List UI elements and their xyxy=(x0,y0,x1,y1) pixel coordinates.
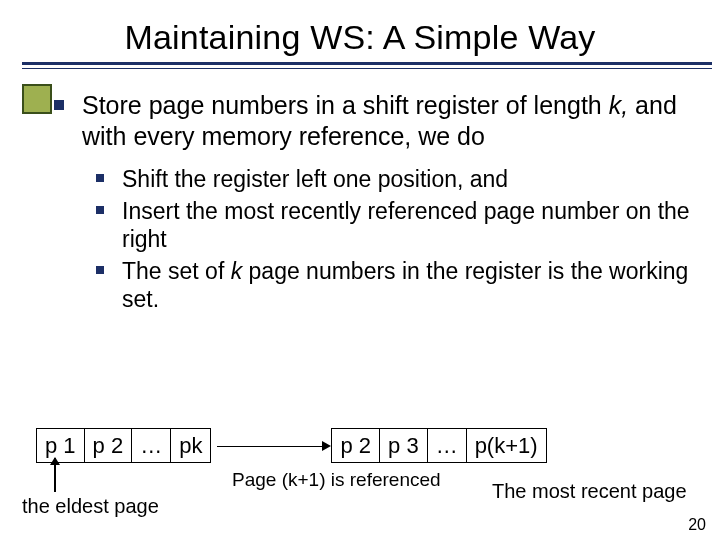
sub1-text: Shift the register left one position, an… xyxy=(122,166,508,192)
sublist: Shift the register left one position, an… xyxy=(82,165,690,313)
bullet-icon xyxy=(96,266,104,274)
reg-after-cell: p 3 xyxy=(380,428,428,463)
bullet1-text-k: k, xyxy=(609,91,628,119)
bullet-icon xyxy=(54,100,64,110)
bullet-level2: Shift the register left one position, an… xyxy=(122,165,690,193)
reg-before-cell: … xyxy=(132,428,171,463)
reg-after-cell: … xyxy=(428,428,467,463)
sub3-text-k: k xyxy=(231,258,243,284)
reg-before-cell: p 1 xyxy=(36,428,85,463)
bullet-icon xyxy=(96,174,104,182)
arrow-line xyxy=(217,446,325,448)
bullet1-text-pre: Store page numbers in a shift register o… xyxy=(82,91,609,119)
title-underline xyxy=(0,62,720,72)
slide: Maintaining WS: A Simple Way Store page … xyxy=(0,0,720,540)
sub3-text-pre: The set of xyxy=(122,258,231,284)
accent-box xyxy=(22,84,52,114)
reg-before-cell: p 2 xyxy=(85,428,133,463)
content: Store page numbers in a shift register o… xyxy=(0,72,720,313)
diagram: p 1 p 2 … pk p 2 p 3 … p(k+1) the eldest… xyxy=(36,428,696,463)
eldest-label: the eldest page xyxy=(22,495,159,518)
slide-title: Maintaining WS: A Simple Way xyxy=(0,18,720,57)
reg-after-cell: p(k+1) xyxy=(467,428,547,463)
register-row: p 1 p 2 … pk p 2 p 3 … p(k+1) xyxy=(36,428,696,463)
reference-caption: Page (k+1) is referenced xyxy=(232,470,441,491)
arrow-area xyxy=(211,428,331,463)
bullet-icon xyxy=(96,206,104,214)
recent-label: The most recent page xyxy=(492,480,687,503)
sub2-text: Insert the most recently referenced page… xyxy=(122,198,690,252)
bullet-level1: Store page numbers in a shift register o… xyxy=(82,90,690,153)
arrow-up-icon xyxy=(54,458,56,492)
title-row: Maintaining WS: A Simple Way xyxy=(0,0,720,72)
arrow-right-icon xyxy=(322,441,331,451)
bullet-level2: Insert the most recently referenced page… xyxy=(122,197,690,253)
rule-thick xyxy=(22,62,712,65)
reg-before-cell: pk xyxy=(171,428,211,463)
slide-number: 20 xyxy=(688,516,706,534)
reg-after-cell: p 2 xyxy=(331,428,380,463)
bullet-level2: The set of k page numbers in the registe… xyxy=(122,257,690,313)
rule-thin xyxy=(22,68,712,69)
